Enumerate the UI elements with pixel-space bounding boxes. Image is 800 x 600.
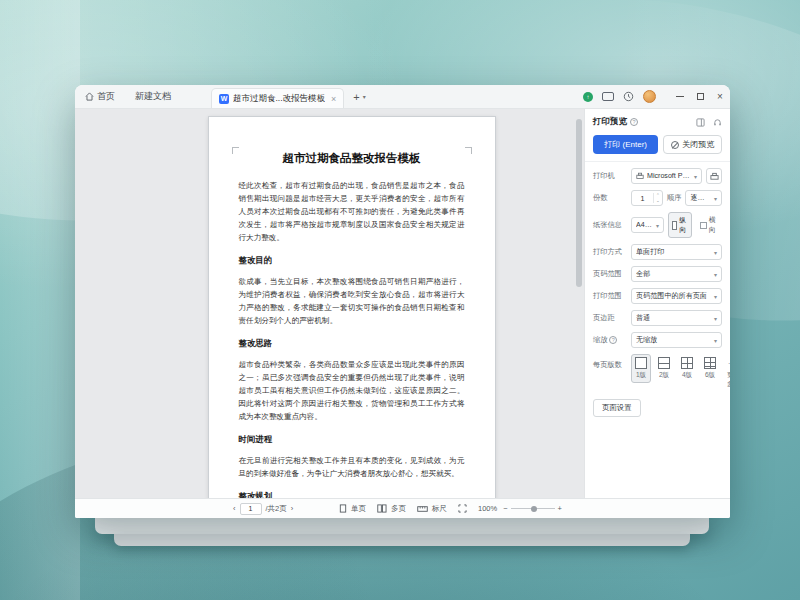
scrollbar-thumb[interactable] xyxy=(576,119,582,287)
document-paragraph: 超市食品种类繁杂，各类商品数量众多应该是出现此类事件的原因之一；虽已多次强调食品… xyxy=(239,358,465,423)
home-tab[interactable]: 首页 xyxy=(75,85,125,108)
close-button[interactable]: × xyxy=(710,85,730,108)
margins-value: 普通 xyxy=(636,313,711,323)
option-caption: 更多 xyxy=(727,371,730,389)
scale-help-icon[interactable]: ? xyxy=(609,336,617,344)
fit-page-button[interactable] xyxy=(458,504,467,513)
duplex-value: 单面打印 xyxy=(636,247,711,257)
multi-page-icon xyxy=(377,504,387,513)
option-caption: 4版 xyxy=(682,371,692,380)
headset-icon[interactable] xyxy=(713,118,722,127)
layout-mode-icon[interactable] xyxy=(602,92,614,101)
duplex-select[interactable]: 单面打印 ▾ xyxy=(631,244,722,260)
background-window-2[interactable] xyxy=(114,534,690,546)
scale-value: 无缩放 xyxy=(636,335,711,345)
total-pages-label: /共2页 xyxy=(266,504,287,514)
next-page-icon[interactable]: › xyxy=(291,504,294,513)
exit-preview-icon xyxy=(671,141,679,149)
pages-per-sheet-option-4[interactable]: 4版 xyxy=(677,354,697,383)
document-heading: 整改规划 xyxy=(239,491,465,498)
order-select[interactable]: 逐份打印 ▾ xyxy=(685,190,722,206)
document-heading: 整改思路 xyxy=(239,338,465,349)
ruler-toggle-button[interactable]: 标尺 xyxy=(417,504,447,514)
scale-select[interactable]: 无缩放 ▾ xyxy=(631,332,722,348)
copies-input[interactable]: 1 ⌃ ⌄ xyxy=(631,190,663,206)
home-tab-label: 首页 xyxy=(97,90,115,103)
option-caption: 6版 xyxy=(705,371,715,380)
margin-mark-left xyxy=(232,147,239,154)
four-pages-icon xyxy=(681,357,693,369)
option-caption: 1版 xyxy=(636,371,646,380)
history-icon[interactable] xyxy=(623,91,634,102)
panel-pin-icon[interactable] xyxy=(696,118,705,127)
zoom-level-label[interactable]: 100% xyxy=(478,504,497,513)
current-page-input[interactable]: 1 xyxy=(240,503,262,515)
wps-writer-icon: W xyxy=(219,94,229,104)
scale-label: 缩放 ? xyxy=(593,335,627,345)
page-range-select[interactable]: 全部 ▾ xyxy=(631,266,722,282)
printer-icon xyxy=(636,172,644,180)
caret-down-icon: ▾ xyxy=(694,173,697,180)
print-preview-area: 超市过期食品整改报告模板 经此次检查，超市有过期食品的出现，食品销售是超市之本，… xyxy=(75,109,584,498)
copies-value: 1 xyxy=(632,194,653,203)
landscape-label: 横向 xyxy=(709,215,718,235)
document-tab-title: 超市过期食...改报告模板 xyxy=(233,93,325,105)
document-tab[interactable]: W 超市过期食...改报告模板 × xyxy=(211,88,344,108)
single-page-view-button[interactable]: 单页 xyxy=(339,504,366,514)
fit-page-icon xyxy=(458,504,467,513)
print-scope-select[interactable]: 页码范围中的所有页面 ▾ xyxy=(631,288,722,304)
portrait-icon xyxy=(672,221,677,230)
zoom-out-button[interactable]: − xyxy=(503,504,507,513)
orientation-portrait-toggle[interactable]: 纵向 xyxy=(668,212,692,238)
paper-size-select[interactable]: A4(210mm... ▾ xyxy=(631,217,664,233)
multi-page-view-button[interactable]: 多页 xyxy=(377,504,406,514)
orientation-landscape-toggle[interactable]: 横向 xyxy=(696,212,722,238)
single-page-icon xyxy=(339,504,347,513)
pages-per-sheet-option-1[interactable]: 1版 xyxy=(631,354,651,383)
page-range-value: 全部 xyxy=(636,269,711,279)
new-tab-button[interactable]: + xyxy=(353,91,359,103)
printer-select[interactable]: Microsoft Print to PDF ▾ xyxy=(631,168,702,184)
margins-select[interactable]: 普通 ▾ xyxy=(631,310,722,326)
page-setup-button[interactable]: 页面设置 xyxy=(593,399,641,417)
order-label: 顺序 xyxy=(667,193,681,203)
minimize-button[interactable] xyxy=(670,85,690,108)
close-preview-button[interactable]: 关闭预览 xyxy=(663,135,722,154)
pages-per-sheet-option-2[interactable]: 2版 xyxy=(654,354,674,383)
user-avatar[interactable] xyxy=(643,90,656,103)
copies-stepper[interactable]: ⌃ ⌄ xyxy=(653,193,662,203)
caret-down-icon: ▾ xyxy=(656,222,659,229)
printer-value: Microsoft Print to PDF xyxy=(647,172,691,180)
zoom-slider[interactable] xyxy=(511,508,555,509)
pages-per-sheet-option-more[interactable]: ··· 更多 xyxy=(723,354,730,392)
print-button[interactable]: 打印 (Enter) xyxy=(593,135,658,154)
pages-per-sheet-option-6[interactable]: 6版 xyxy=(700,354,720,383)
background-window-1[interactable] xyxy=(95,518,709,534)
home-icon xyxy=(85,92,94,101)
stepper-down-icon[interactable]: ⌄ xyxy=(656,198,660,203)
tab-list-caret-icon[interactable]: ▾ xyxy=(363,93,366,100)
wps-office-window: 首页 新建文档 W 超市过期食...改报告模板 × + ▾ ↑ × 超市过期食 xyxy=(75,85,730,518)
zoom-in-button[interactable]: + xyxy=(558,504,562,513)
zoom-slider-knob[interactable] xyxy=(531,506,537,512)
preview-scrollbar[interactable] xyxy=(576,111,583,496)
main-area: 超市过期食品整改报告模板 经此次检查，超市有过期食品的出现，食品销售是超市之本，… xyxy=(75,109,730,498)
ruler-label: 标尺 xyxy=(432,504,447,514)
print-scope-label: 打印范围 xyxy=(593,291,627,301)
one-page-icon xyxy=(635,357,647,369)
paper-size-value: A4(210mm... xyxy=(636,221,653,229)
restore-icon xyxy=(697,93,704,100)
prev-page-icon[interactable]: ‹ xyxy=(233,504,236,513)
print-scope-value: 页码范围中的所有页面 xyxy=(636,291,711,301)
new-document-tab[interactable]: 新建文档 xyxy=(125,85,181,108)
printer-settings-icon xyxy=(710,172,719,181)
help-icon[interactable]: ? xyxy=(630,118,638,126)
scale-label-text: 缩放 xyxy=(593,335,607,345)
cloud-sync-status-icon[interactable]: ↑ xyxy=(583,92,593,102)
caret-down-icon: ▾ xyxy=(714,337,717,344)
tab-close-icon[interactable]: × xyxy=(331,94,336,104)
printer-properties-button[interactable] xyxy=(706,168,722,184)
pages-per-sheet-label: 每页版数 xyxy=(593,360,627,370)
document-paragraph: 欲成事，当先立目标，本次整改将围绕食品可销售日期严格进行，为维护消费者权益，确保… xyxy=(239,275,465,327)
restore-button[interactable] xyxy=(690,85,710,108)
